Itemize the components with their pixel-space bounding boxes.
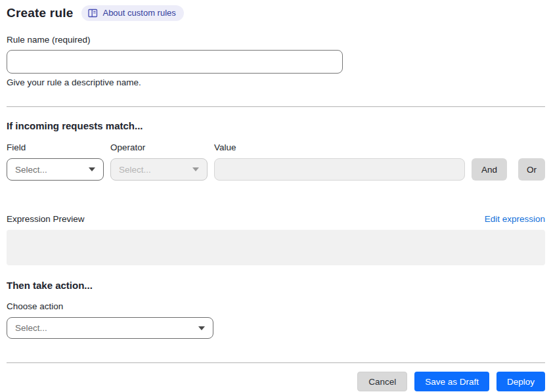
- expression-preview-row: Expression Preview Edit expression: [7, 214, 545, 224]
- field-column: Field Select...: [7, 142, 104, 181]
- operator-column: Operator Select...: [110, 142, 208, 181]
- operator-select-value: Select...: [119, 165, 151, 175]
- edit-expression-link[interactable]: Edit expression: [485, 214, 545, 224]
- chevron-down-icon: [89, 167, 95, 171]
- expression-preview-box: [7, 230, 545, 265]
- choose-action-label: Choose action: [7, 301, 545, 311]
- field-label: Field: [7, 142, 104, 152]
- rule-name-label: Rule name (required): [7, 35, 545, 45]
- field-select[interactable]: Select...: [7, 158, 104, 181]
- choose-action-select[interactable]: Select...: [7, 317, 213, 339]
- value-input[interactable]: [214, 158, 465, 181]
- page-header: Create rule About custom rules: [7, 5, 545, 21]
- expression-preview-label: Expression Preview: [7, 214, 85, 224]
- choose-action-value: Select...: [15, 323, 47, 333]
- about-custom-rules-link[interactable]: About custom rules: [81, 5, 183, 21]
- page-title: Create rule: [7, 6, 73, 20]
- cancel-button[interactable]: Cancel: [357, 372, 407, 391]
- section-divider-bottom: [7, 362, 545, 363]
- section-divider-top: [7, 106, 545, 107]
- value-column: Value: [214, 142, 465, 181]
- match-section-heading: If incoming requests match...: [7, 120, 545, 131]
- value-label: Value: [214, 142, 465, 152]
- match-condition-row: Field Select... Operator Select... Value…: [7, 142, 545, 181]
- footer-actions: Cancel Save as Draft Deploy: [7, 372, 545, 391]
- operator-select[interactable]: Select...: [110, 158, 208, 181]
- rule-name-helper: Give your rule a descriptive name.: [7, 77, 545, 87]
- create-rule-page: Create rule About custom rules Rule name…: [0, 0, 551, 391]
- chevron-down-icon: [198, 326, 205, 330]
- book-icon: [88, 9, 98, 18]
- and-or-buttons: And Or: [472, 158, 545, 181]
- operator-label: Operator: [110, 142, 208, 152]
- deploy-button[interactable]: Deploy: [496, 372, 545, 391]
- save-as-draft-button[interactable]: Save as Draft: [414, 372, 489, 391]
- rule-name-input[interactable]: [7, 50, 343, 74]
- about-link-label: About custom rules: [102, 8, 175, 18]
- field-select-value: Select...: [15, 165, 47, 175]
- or-button[interactable]: Or: [518, 158, 545, 181]
- rule-name-section: Rule name (required) Give your rule a de…: [7, 35, 545, 87]
- chevron-down-icon: [192, 167, 199, 171]
- action-section-heading: Then take action...: [7, 280, 545, 291]
- and-button[interactable]: And: [472, 158, 507, 181]
